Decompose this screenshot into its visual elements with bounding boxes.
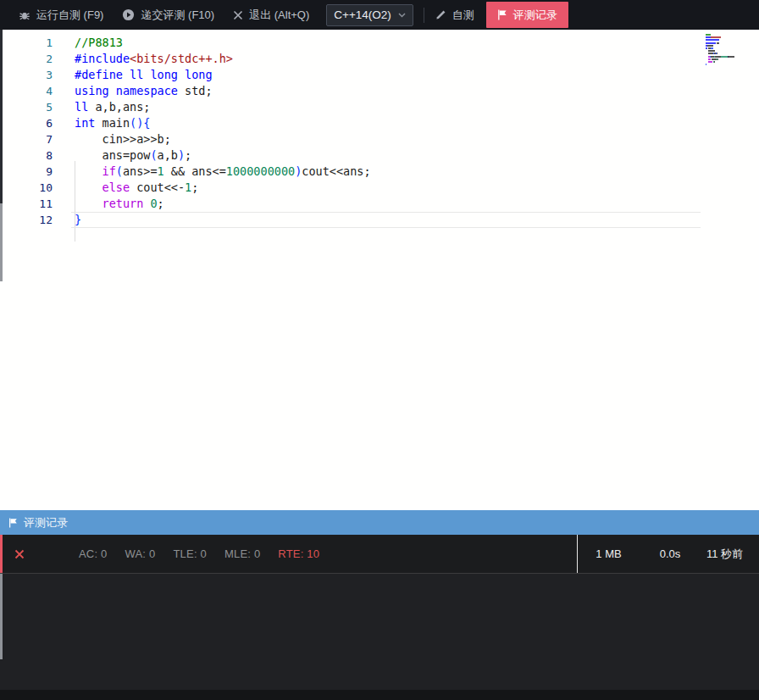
code-line[interactable]: 6int main(){ [0,115,703,131]
line-number: 5 [0,99,53,115]
code-text: //P8813 [75,35,123,51]
code-token: std; [178,84,213,97]
code-token: } [75,213,81,226]
code-token [75,181,102,194]
line-number: 7 [0,131,53,147]
code-token: ( [150,148,157,162]
minimap-line [706,36,738,38]
language-selected-value: C++14(O2) [334,8,391,21]
code-text: if(ans>=1 && ans<=1000000000)cout<<ans; [75,164,371,180]
line-number: 2 [0,51,53,67]
toolbar: 运行自测 (F9) 递交评测 (F10) 退出 (Alt+Q) C++14(O2… [0,0,759,30]
code-token: else [102,181,130,194]
result-counters: AC: 0WA: 0TLE: 0MLE: 0RTE: 10 [79,547,319,560]
language-selector[interactable]: C++14(O2) [326,4,413,26]
selftest-button[interactable]: 自测 [435,8,474,23]
code-token: 1000000000 [226,164,295,178]
code-token: a,b [158,148,178,162]
selftest-label: 自测 [452,8,474,23]
code-token: ans>= [123,164,158,178]
code-token [75,164,102,178]
code-token: #include [75,52,130,65]
line-number: 8 [0,147,53,164]
code-line[interactable]: 7 cin>>a>>b; [0,131,703,147]
editor-left-scrollbar-track[interactable] [0,30,3,203]
code-text: int main(){ [75,115,150,131]
code-token: (){ [130,116,150,130]
line-number: 10 [0,180,53,196]
code-token: 1 [158,164,164,178]
minimap-line [706,47,738,49]
result-counter: TLE: 0 [173,547,207,560]
editor-left-scrollbar-thumb[interactable] [0,203,3,281]
minimap-line [706,42,738,44]
flag-icon [497,9,507,20]
run-selftest-button[interactable]: 运行自测 (F9) [19,8,103,23]
code-token: && ans<= [164,164,226,178]
status-failed-icon [14,549,25,559]
chevron-down-icon [398,13,406,18]
code-text: return 0; [75,196,164,212]
code-token: cin>>a>>b; [75,132,171,146]
minimap-line [706,45,738,47]
code-line[interactable]: 5ll a,b,ans; [0,99,703,115]
code-line[interactable]: 9 if(ans>=1 && ans<=1000000000)cout<<ans… [0,164,703,180]
code-token: ) [178,148,185,162]
code-line[interactable]: 2#include<bits/stdc++.h> [0,51,703,67]
code-line[interactable]: 1//P8813 [0,35,703,51]
code-line[interactable]: 3#define ll long long [0,67,703,83]
judge-record-row[interactable]: AC: 0WA: 0TLE: 0MLE: 0RTE: 10 1 MB 0.0s … [0,535,759,573]
code-token: #define ll long long [75,68,213,81]
flag-icon [8,518,18,528]
code-line[interactable]: 12} [0,212,703,228]
code-token: if [102,164,116,178]
code-text: cin>>a>>b; [75,131,171,147]
time-value: 0.0s [640,547,701,560]
exit-button[interactable]: 退出 (Alt+Q) [233,8,309,23]
code-text: else cout<<-1; [75,180,198,196]
code-lines[interactable]: 1//P88132#include<bits/stdc++.h>3#define… [0,35,703,228]
code-editor[interactable]: 1//P88132#include<bits/stdc++.h>3#define… [0,30,759,510]
code-token: using namespace [75,84,178,97]
code-token: a,b,ans; [88,100,150,114]
records-tab-label: 评测记录 [513,8,557,23]
minimap[interactable] [706,34,738,71]
code-token: ( [116,164,123,178]
code-text: using namespace std; [75,83,213,99]
line-number: 4 [0,83,53,99]
pencil-icon [435,9,446,20]
minimap-line [706,58,738,60]
minimap-line [706,39,738,41]
code-text: ans=pow(a,b); [75,147,191,164]
code-token: ; [158,197,164,210]
memory-value: 1 MB [578,547,640,560]
code-line[interactable]: 4using namespace std; [0,83,703,99]
code-token: return [102,197,144,210]
records-tab-button[interactable]: 评测记录 [486,2,568,28]
result-counter: MLE: 0 [224,547,260,560]
code-token [75,197,102,210]
code-line[interactable]: 11 return 0; [0,196,703,212]
records-panel-title: 评测记录 [24,515,68,531]
line-number: 3 [0,67,53,83]
code-token: ; [185,148,191,162]
code-line[interactable]: 10 else cout<<-1; [0,180,703,196]
code-token: int [75,116,95,130]
submit-judge-button[interactable]: 递交评测 (F10) [122,8,214,23]
toolbar-divider [424,8,424,23]
run-selftest-label: 运行自测 (F9) [36,8,103,23]
line-number: 11 [0,196,53,212]
panel-left-scrollbar-thumb[interactable] [0,574,3,659]
code-token: ; [191,181,198,194]
code-token: ll [75,100,88,114]
code-token: 0 [150,197,157,210]
minimap-line [706,53,738,54]
submitted-age: 11 秒前 [701,547,759,562]
current-line-highlight [71,212,701,228]
submit-judge-label: 递交评测 (F10) [141,8,214,23]
minimap-line [706,61,738,63]
code-line[interactable]: 8 ans=pow(a,b); [0,147,703,164]
code-token: //P8813 [75,36,123,49]
code-token: cout<<- [130,181,185,194]
records-panel-header: 评测记录 [0,510,759,535]
